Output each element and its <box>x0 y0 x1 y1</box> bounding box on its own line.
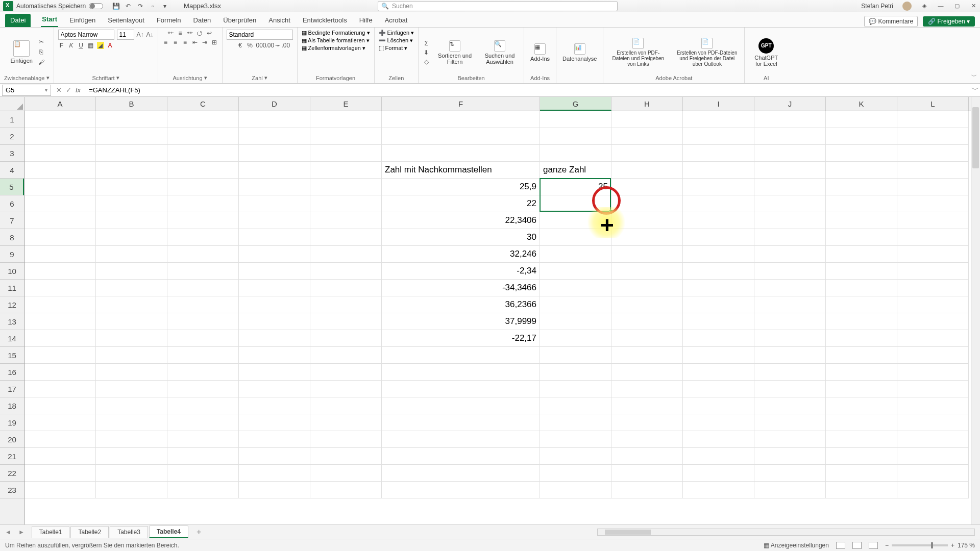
column-header-E[interactable]: E <box>310 97 382 111</box>
row-header-19[interactable]: 19 <box>0 414 24 431</box>
cell-G11[interactable] <box>540 280 611 296</box>
cell-K9[interactable] <box>826 246 897 263</box>
decrease-font-icon[interactable]: A↓ <box>146 31 154 38</box>
cell-G19[interactable] <box>540 414 611 431</box>
cell-A4[interactable] <box>24 162 96 179</box>
cell-J8[interactable] <box>754 229 826 246</box>
cell-E5[interactable] <box>310 179 382 195</box>
cell-F11[interactable]: -34,3466 <box>382 280 540 296</box>
cell-L12[interactable] <box>897 296 969 313</box>
row-header-23[interactable]: 23 <box>0 482 24 498</box>
column-header-A[interactable]: A <box>24 97 96 111</box>
cell-E13[interactable] <box>310 313 382 330</box>
cell-I14[interactable] <box>683 330 754 347</box>
row-header-18[interactable]: 18 <box>0 397 24 414</box>
cell-I11[interactable] <box>683 280 754 296</box>
cell-C4[interactable] <box>167 162 239 179</box>
cell-G5[interactable]: 25 <box>540 179 611 195</box>
fill-handle[interactable] <box>609 210 613 214</box>
cell-C9[interactable] <box>167 246 239 263</box>
cell-E3[interactable] <box>310 145 382 162</box>
cell-L1[interactable] <box>897 111 969 128</box>
window-options-icon[interactable]: ◈ <box>921 3 928 10</box>
page-layout-view-icon[interactable] <box>852 542 862 549</box>
cell-E18[interactable] <box>310 397 382 414</box>
cell-C16[interactable] <box>167 364 239 381</box>
cell-A9[interactable] <box>24 246 96 263</box>
cell-J4[interactable] <box>754 162 826 179</box>
cell-A10[interactable] <box>24 263 96 280</box>
cell-styles-button[interactable]: ▦ Zellenformatvorlagen ▾ <box>302 45 365 52</box>
cell-B18[interactable] <box>96 397 167 414</box>
cell-I13[interactable] <box>683 313 754 330</box>
cell-E12[interactable] <box>310 296 382 313</box>
cell-C1[interactable] <box>167 111 239 128</box>
close-icon[interactable]: ✕ <box>970 3 977 10</box>
cell-F15[interactable] <box>382 347 540 364</box>
cell-C12[interactable] <box>167 296 239 313</box>
align-top-icon[interactable]: ⬴ <box>167 30 174 37</box>
sheet-tab-3[interactable]: Tabelle3 <box>110 526 148 538</box>
cell-H5[interactable] <box>611 179 683 195</box>
cell-G4[interactable]: ganze Zahl <box>540 162 611 179</box>
display-settings-button[interactable]: ▦ Anzeigeeinstellungen <box>764 542 829 549</box>
cell-G18[interactable] <box>540 397 611 414</box>
cell-A15[interactable] <box>24 347 96 364</box>
tab-view[interactable]: Ansicht <box>267 14 291 27</box>
cell-E23[interactable] <box>310 482 382 498</box>
cell-L19[interactable] <box>897 414 969 431</box>
cell-B20[interactable] <box>96 431 167 448</box>
cell-C18[interactable] <box>167 397 239 414</box>
cell-C10[interactable] <box>167 263 239 280</box>
cell-I21[interactable] <box>683 448 754 465</box>
page-break-view-icon[interactable] <box>869 542 878 549</box>
sheet-tab-1[interactable]: Tabelle1 <box>32 526 70 538</box>
redo-icon[interactable]: ↷ <box>137 3 144 10</box>
cell-I9[interactable] <box>683 246 754 263</box>
cell-L20[interactable] <box>897 431 969 448</box>
cell-A17[interactable] <box>24 381 96 397</box>
cell-G14[interactable] <box>540 330 611 347</box>
clear-icon[interactable]: ◇ <box>423 58 430 65</box>
cell-J20[interactable] <box>754 431 826 448</box>
cell-A1[interactable] <box>24 111 96 128</box>
italic-icon[interactable]: K <box>68 42 75 49</box>
cell-L4[interactable] <box>897 162 969 179</box>
cell-L23[interactable] <box>897 482 969 498</box>
cell-F3[interactable] <box>382 145 540 162</box>
cell-L3[interactable] <box>897 145 969 162</box>
cell-K3[interactable] <box>826 145 897 162</box>
cell-B1[interactable] <box>96 111 167 128</box>
cell-L15[interactable] <box>897 347 969 364</box>
sort-filter-button[interactable]: ⇅Sortieren und Filtern <box>435 39 475 66</box>
cell-C8[interactable] <box>167 229 239 246</box>
cell-K22[interactable] <box>826 465 897 482</box>
undo-icon[interactable]: ↶ <box>125 3 132 10</box>
row-header-21[interactable]: 21 <box>0 448 24 465</box>
cell-I8[interactable] <box>683 229 754 246</box>
cell-L9[interactable] <box>897 246 969 263</box>
cell-L6[interactable] <box>897 195 969 212</box>
cell-D11[interactable] <box>239 280 310 296</box>
cell-K20[interactable] <box>826 431 897 448</box>
expand-formula-bar-icon[interactable]: ﹀ <box>971 85 980 95</box>
cell-H7[interactable] <box>611 212 683 229</box>
cell-B17[interactable] <box>96 381 167 397</box>
cell-D21[interactable] <box>239 448 310 465</box>
cell-L8[interactable] <box>897 229 969 246</box>
cell-K16[interactable] <box>826 364 897 381</box>
cell-D14[interactable] <box>239 330 310 347</box>
row-header-16[interactable]: 16 <box>0 364 24 381</box>
cell-F5[interactable]: 25,9 <box>382 179 540 195</box>
cell-C22[interactable] <box>167 465 239 482</box>
cell-D5[interactable] <box>239 179 310 195</box>
cell-F22[interactable] <box>382 465 540 482</box>
cell-F8[interactable]: 30 <box>382 229 540 246</box>
column-header-F[interactable]: F <box>382 97 540 111</box>
cell-G22[interactable] <box>540 465 611 482</box>
row-header-11[interactable]: 11 <box>0 280 24 296</box>
hscroll-thumb[interactable] <box>605 530 651 535</box>
cell-I1[interactable] <box>683 111 754 128</box>
vertical-scrollbar[interactable] <box>971 97 980 524</box>
cell-F6[interactable]: 22 <box>382 195 540 212</box>
